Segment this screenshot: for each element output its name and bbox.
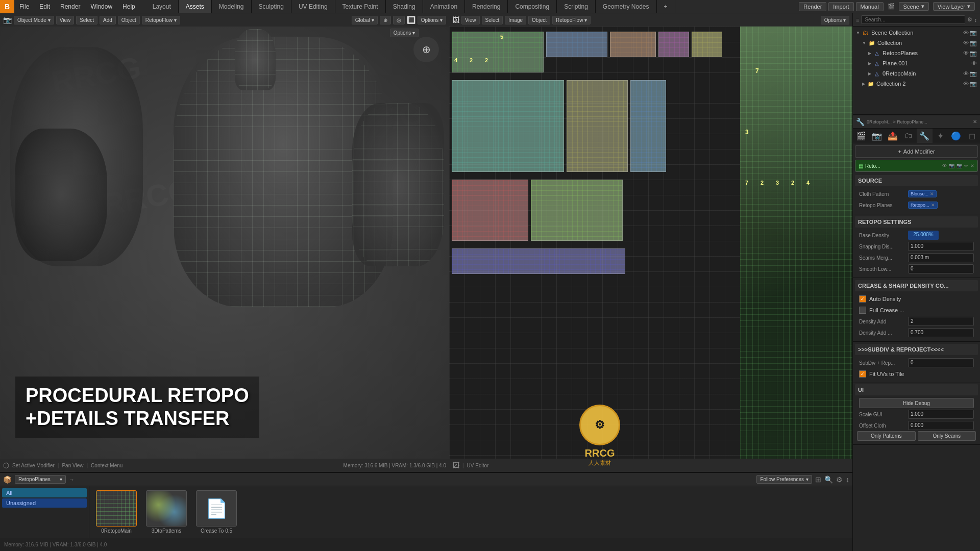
uv-select-btn[interactable]: Select — [482, 16, 503, 24]
import-button[interactable]: Import — [828, 2, 853, 11]
properties-close-icon[interactable]: ✕ — [973, 119, 977, 124]
transform-global-dropdown[interactable]: Global ▾ — [352, 16, 378, 24]
asset-tag-all[interactable]: All — [2, 488, 87, 497]
viewport-shade-icon[interactable]: 🔳 — [407, 16, 415, 24]
0retopo-render[interactable]: 📷 — [970, 70, 977, 77]
manual-button[interactable]: Manual — [856, 2, 884, 11]
hide-debug-button[interactable]: Hide Debug — [859, 398, 974, 408]
plane001-eye[interactable]: 👁 — [971, 60, 977, 66]
prop-tab-particle[interactable]: ✦ — [933, 129, 948, 143]
only-patterns-button[interactable]: Only Patterns — [857, 431, 916, 441]
tab-add[interactable]: + — [657, 0, 675, 13]
edit-menu[interactable]: Edit — [34, 0, 55, 13]
offset-cloth-value[interactable]: 0.000 — [908, 421, 974, 430]
tab-sculpting[interactable]: Sculpting — [252, 0, 291, 13]
cloth-pattern-remove-icon[interactable]: ✕ — [930, 191, 934, 196]
prop-tab-output[interactable]: 📤 — [885, 129, 900, 143]
scene-collection-eye[interactable]: 👁 — [963, 30, 969, 36]
outliner-sort-icon[interactable]: ↕ — [974, 17, 977, 23]
collection-eye[interactable]: 👁 — [963, 40, 969, 46]
uv-object-btn[interactable]: Object — [528, 16, 550, 24]
tab-compositing[interactable]: Compositing — [508, 0, 557, 13]
mod-edit-icon[interactable]: ✏ — [964, 163, 968, 168]
object-mode-dropdown[interactable]: Object Mode ▾ — [14, 16, 54, 24]
outliner-filter-icon[interactable]: ⚙ — [967, 16, 972, 23]
tab-geometry-nodes[interactable]: Geometry Nodes — [596, 0, 657, 13]
source-section-header[interactable]: SOURCE — [855, 175, 978, 186]
collection2-eye[interactable]: 👁 — [963, 81, 969, 87]
mod-eye-icon[interactable]: 👁 — [942, 163, 947, 168]
subdiv-section-header[interactable]: >>>SUBDIV & REPROJECT<<<< — [855, 344, 978, 355]
retopoflow-dropdown[interactable]: RetopoFlow ▾ — [142, 16, 180, 24]
prop-tab-scene[interactable]: 🎬 — [853, 129, 869, 143]
base-density-value[interactable]: 25.000% — [908, 231, 939, 240]
smooth-low-value[interactable]: 0 — [908, 264, 974, 273]
outliner-search-input[interactable] — [861, 15, 965, 24]
render-menu[interactable]: Render — [55, 0, 85, 13]
grid-view-icon[interactable]: ⊞ — [815, 475, 821, 484]
prop-tab-render[interactable]: 📷 — [869, 129, 885, 143]
view-menu[interactable]: View — [56, 16, 75, 24]
3d-viewport[interactable]: RRCG RRCG RRCG — [0, 27, 449, 459]
asset-item-0retopo[interactable]: 0RetopoMain — [93, 490, 139, 534]
render-button[interactable]: Render — [799, 2, 826, 11]
seams-merg-value[interactable]: 0.003 m — [908, 253, 974, 262]
retopo-planes-tag[interactable]: Retopo... ✕ — [908, 202, 938, 209]
uv-view-btn[interactable]: View — [461, 16, 480, 24]
collection2-render[interactable]: 📷 — [970, 81, 977, 87]
viewport-options-btn[interactable]: Options ▾ — [390, 29, 419, 37]
tab-texture-paint[interactable]: Texture Paint — [335, 0, 386, 13]
crease-section-header[interactable]: CREASE & SHARP DENSITY CO... — [855, 280, 978, 291]
mod-camera-icon[interactable]: 📷 — [957, 163, 962, 168]
density-add-value[interactable]: 2 — [908, 317, 974, 326]
uv-image-btn[interactable]: Image — [505, 16, 526, 24]
tab-layout[interactable]: Layout — [145, 0, 179, 13]
only-seams-button[interactable]: Only Seams — [918, 431, 976, 441]
snapping-dis-value[interactable]: 1.000 — [908, 242, 974, 251]
uv-viewport-content[interactable]: 4 2 2 5 7 3 7 2 3 2 4 — [449, 27, 852, 459]
retopo-planes-remove-icon[interactable]: ✕ — [931, 203, 935, 208]
help-menu[interactable]: Help — [117, 0, 140, 13]
auto-density-checkbox[interactable] — [859, 295, 866, 303]
full-crease-checkbox[interactable] — [859, 307, 866, 314]
uv-options-btn[interactable]: Options ▾ — [821, 16, 849, 24]
fit-uvs-checkbox[interactable] — [859, 370, 866, 378]
scene-dropdown[interactable]: Scene ▾ — [899, 2, 929, 11]
uv-camera-icon[interactable]: 🖼 — [452, 16, 459, 24]
scene-collection-render[interactable]: 📷 — [970, 30, 977, 36]
add-modifier-button[interactable]: + Add Modifier — [855, 145, 978, 158]
library-dropdown[interactable]: RetopoPlanes ▾ — [15, 475, 66, 484]
prop-tab-object[interactable]: ◻ — [964, 129, 980, 143]
search-icon[interactable]: 🔍 — [824, 475, 833, 484]
retopo-settings-header[interactable]: RETOPO SETTINGS — [855, 216, 978, 228]
tree-retopo-planes[interactable]: ▶ △ RetopoPlanes 👁 📷 — [865, 48, 980, 58]
tab-assets[interactable]: Assets — [179, 0, 212, 13]
add-menu[interactable]: Add — [100, 16, 116, 24]
tab-animation[interactable]: Animation — [423, 0, 465, 13]
options-left-btn[interactable]: Options ▾ — [418, 16, 446, 24]
select-menu[interactable]: Select — [76, 16, 97, 24]
view-layer-dropdown[interactable]: View Layer ▾ — [933, 2, 975, 11]
proportional-btn[interactable]: ◎ — [393, 16, 405, 24]
left-vp-camera-icon[interactable]: 📷 — [3, 16, 12, 24]
tree-scene-collection[interactable]: ▼ 🗂 Scene Collection 👁 📷 — [853, 28, 980, 38]
viewport-gizmo[interactable]: ⊕ — [413, 37, 439, 62]
left-viewport-content[interactable]: RRCG RRCG RRCG — [0, 27, 449, 459]
asset-item-3dtopatterns[interactable]: 3DtoPatterns — [143, 490, 189, 534]
mod-render-icon[interactable]: 📷 — [949, 163, 954, 168]
cloth-pattern-tag[interactable]: Blouse... ✕ — [908, 190, 937, 197]
prop-tab-modifier[interactable]: 🔧 — [917, 129, 933, 143]
retopo-planes-render[interactable]: 📷 — [970, 50, 977, 57]
tree-collection[interactable]: ▼ 📁 Collection 👁 📷 — [859, 38, 980, 48]
tab-uv-editing[interactable]: UV Editing — [291, 0, 335, 13]
tree-collection2[interactable]: ▶ 📁 Collection 2 👁 📷 — [859, 79, 980, 89]
asset-tag-unassigned[interactable]: Unassigned — [2, 498, 87, 508]
mod-close-icon[interactable]: ✕ — [970, 163, 974, 168]
collection-render[interactable]: 📷 — [970, 40, 977, 46]
scale-gui-value[interactable]: 1.000 — [908, 410, 974, 419]
retopo-planes-eye[interactable]: 👁 — [963, 50, 969, 57]
ui-section-header[interactable]: UI — [855, 384, 978, 395]
prop-tab-view-layer[interactable]: 🗂 — [900, 129, 916, 143]
sort-icon[interactable]: ↕ — [846, 475, 849, 484]
density-add2-value[interactable]: 0.700 — [908, 328, 974, 337]
